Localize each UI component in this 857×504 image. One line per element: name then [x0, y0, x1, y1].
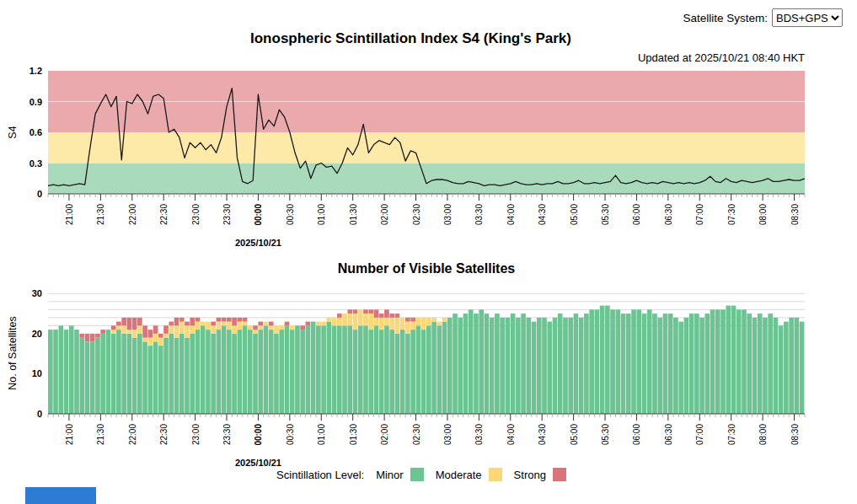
- sat-bar-minor: [652, 314, 657, 414]
- sat-bar-minor: [327, 322, 332, 414]
- sat-bar-strong: [111, 325, 116, 330]
- sat-bar-moderate: [395, 318, 400, 334]
- sat-bar-moderate: [400, 318, 405, 330]
- s4-band-minor: [48, 164, 805, 195]
- sat-bar-strong: [95, 334, 100, 338]
- x-tick-label: 05:00: [570, 204, 579, 225]
- sat-bar-minor: [694, 314, 699, 414]
- sat-bar-strong: [389, 314, 394, 318]
- sat-bar-strong: [196, 318, 201, 322]
- x-tick-label: 21:00: [65, 204, 74, 225]
- sat-bar-minor: [410, 330, 415, 414]
- sat-bar-strong: [306, 322, 311, 326]
- sat-bar-strong: [227, 318, 232, 322]
- sat-bar-minor: [416, 325, 421, 414]
- sat-bar-minor: [274, 334, 279, 414]
- sat-bar-minor: [311, 322, 316, 414]
- sat-bar-moderate: [111, 330, 116, 334]
- sat-bar-minor: [663, 314, 668, 414]
- bottom-left-blue-banner[interactable]: [25, 487, 96, 504]
- x-tick-label: 06:00: [632, 204, 641, 225]
- sat-bar-strong: [238, 318, 243, 322]
- sat-bar-minor: [127, 334, 132, 414]
- sat-bar-minor: [521, 314, 526, 414]
- x-tick-label: 01:00: [317, 204, 326, 225]
- sat-bar-moderate: [142, 338, 147, 342]
- sat-bar-minor: [142, 341, 147, 414]
- sat-bar-minor: [720, 309, 726, 414]
- x-tick-label: 01:30: [349, 204, 358, 225]
- x-tick-label: 02:30: [412, 204, 421, 225]
- x-axis-date-label: 2025/10/21: [235, 238, 281, 248]
- x-tick-label: 06:00: [632, 424, 641, 445]
- sat-bar-moderate: [232, 325, 237, 334]
- sat-bar-minor: [395, 334, 400, 414]
- sat-bar-minor: [715, 309, 720, 414]
- sat-bar-moderate: [368, 314, 373, 330]
- sat-bar-minor: [100, 334, 105, 414]
- sat-y-tick-label: 20: [32, 329, 42, 339]
- sat-bar-strong: [368, 309, 373, 314]
- x-tick-label: 08:30: [790, 424, 800, 445]
- sat-bar-minor: [485, 314, 490, 414]
- sat-bar-minor: [726, 306, 731, 414]
- sat-bar-minor: [616, 309, 621, 414]
- sat-bar-minor: [731, 306, 736, 414]
- sat-bar-strong: [169, 322, 174, 326]
- sat-bar-moderate: [442, 318, 447, 322]
- sat-bar-minor: [174, 338, 179, 414]
- x-tick-label: 04:30: [538, 424, 547, 445]
- legend-swatch-moderate: [489, 468, 502, 481]
- sat-bar-moderate: [379, 318, 384, 330]
- sat-bar-strong: [137, 318, 142, 326]
- sat-bar-minor: [437, 325, 442, 414]
- x-tick-label: 02:00: [380, 424, 389, 445]
- sat-bar-minor: [85, 341, 90, 414]
- sat-bar-minor: [495, 314, 500, 414]
- sat-bar-minor: [217, 330, 222, 414]
- sat-bar-minor: [537, 318, 542, 414]
- sat-bar-minor: [121, 334, 126, 414]
- sat-bar-minor: [405, 334, 410, 414]
- sat-bar-minor: [74, 330, 79, 414]
- sat-bar-minor: [48, 330, 53, 414]
- sat-bar-minor: [337, 325, 342, 414]
- x-tick-label: 07:30: [727, 204, 736, 225]
- sat-bar-strong: [121, 318, 126, 326]
- sat-bar-moderate: [238, 322, 243, 330]
- sat-y-tick-label: 10: [32, 368, 42, 378]
- sat-bar-strong: [232, 318, 237, 326]
- sat-bar-minor: [227, 330, 232, 414]
- sat-bar-minor: [579, 318, 584, 414]
- sat-bar-strong: [410, 318, 415, 322]
- sat-bar-minor: [442, 322, 447, 414]
- sat-bar-minor: [600, 306, 605, 414]
- sat-bar-minor: [553, 318, 558, 414]
- sat-bar-minor: [699, 318, 704, 414]
- sat-bar-minor: [506, 318, 511, 414]
- x-tick-label: 05:00: [570, 424, 579, 445]
- sat-bar-minor: [453, 314, 458, 414]
- x-tick-label: 08:00: [758, 204, 768, 225]
- sat-bar-minor: [447, 318, 453, 414]
- x-tick-label: 03:00: [443, 424, 453, 445]
- sat-bar-moderate: [269, 325, 274, 330]
- sat-bar-minor: [795, 318, 800, 414]
- sat-bar-moderate: [158, 338, 163, 346]
- x-tick-label: 08:30: [790, 204, 800, 225]
- x-axis-date-label: 2025/10/21: [235, 458, 281, 468]
- sat-bar-moderate: [363, 314, 368, 325]
- sat-bar-minor: [137, 334, 142, 414]
- sat-bar-minor: [742, 309, 747, 414]
- sat-bar-moderate: [222, 322, 227, 326]
- s4-y-tick-label: 0.6: [29, 127, 42, 137]
- x-tick-label: 02:30: [412, 424, 421, 445]
- x-tick-label: 21:30: [96, 204, 105, 225]
- sat-bar-moderate: [132, 330, 137, 338]
- x-tick-label: 05:30: [601, 424, 610, 445]
- sat-bar-minor: [79, 338, 84, 414]
- sat-bar-moderate: [290, 325, 295, 330]
- sat-bar-moderate: [217, 322, 222, 330]
- sat-bar-minor: [264, 325, 269, 414]
- sat-bar-strong: [405, 318, 410, 322]
